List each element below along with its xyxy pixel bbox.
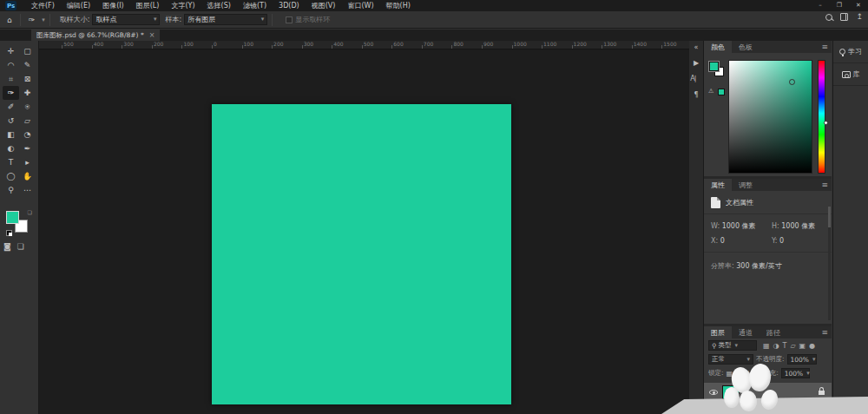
menu-item-1[interactable]: 编辑(E) — [61, 0, 96, 11]
menu-item-8[interactable]: 视图(V) — [306, 0, 342, 11]
history-brush-tool[interactable]: ↺ — [3, 114, 19, 128]
tab-色板[interactable]: 色板 — [732, 41, 760, 53]
tab-调整[interactable]: 调整 — [732, 179, 760, 191]
tab-属性[interactable]: 属性 — [704, 179, 732, 191]
hand-tool[interactable]: ✋ — [19, 169, 36, 183]
default-colors-icon[interactable]: ❏ — [28, 209, 32, 215]
horizontal-ruler[interactable]: 5004003002001000100200300400500600700800… — [39, 41, 689, 49]
rail-item-label: 学习 — [848, 47, 862, 56]
home-icon[interactable]: ⌂ — [3, 16, 16, 24]
share-icon[interactable]: ↥ — [856, 13, 863, 21]
hue-slider-marker[interactable] — [824, 121, 828, 125]
menu-item-0[interactable]: 文件(F) — [25, 0, 61, 11]
blend-mode-select[interactable]: 正常▾ — [708, 354, 753, 365]
minimize-button[interactable]: – — [811, 0, 830, 11]
rectangular-marquee-tool[interactable]: ▢ — [19, 44, 36, 58]
ruler-tick-label: 200 — [154, 41, 163, 47]
hue-slider[interactable] — [818, 60, 825, 174]
panel-menu-icon[interactable]: ≡ — [821, 328, 828, 337]
document-tab[interactable]: 图库图标.psd @ 66.7%(RGB/8#) * × — [31, 30, 160, 41]
tab-颜色[interactable]: 颜色 — [704, 41, 732, 53]
frame-tool[interactable]: ⊠ — [19, 72, 36, 86]
type-filter-icon[interactable]: T — [783, 342, 787, 350]
workspace-switcher-icon[interactable] — [840, 13, 848, 21]
gamut-warning-icon[interactable]: ⚠ — [708, 88, 713, 95]
restore-button[interactable]: ❐ — [830, 0, 849, 11]
show-sampling-ring-checkbox[interactable]: 显示取样环 — [286, 15, 330, 24]
menu-item-2[interactable]: 图像(I) — [96, 0, 130, 11]
sample-size-select[interactable]: 取样点▾ — [92, 14, 160, 25]
panel-menu-icon[interactable]: ≡ — [821, 181, 828, 189]
quick-selection-tool[interactable]: ✎ — [19, 58, 36, 72]
menu-item-3[interactable]: 图层(L) — [130, 0, 166, 11]
smart-object-filter-icon[interactable]: ▣ — [799, 342, 806, 350]
close-button[interactable]: ✕ — [849, 0, 868, 11]
checkbox-icon — [286, 16, 293, 23]
layer-visibility-eye-icon[interactable] — [709, 390, 718, 395]
libraries-panel[interactable]: 库 — [833, 63, 868, 86]
sample-select[interactable]: 所有图层▾ — [184, 14, 267, 25]
window-controls: – ❐ ✕ — [811, 0, 868, 11]
ellipse-tool[interactable]: ◯ — [3, 169, 19, 183]
adjustment-filter-icon[interactable]: ◑ — [773, 342, 779, 350]
zoom-tool[interactable]: ⚲ — [3, 183, 19, 197]
expand-panels-icon[interactable]: « — [690, 43, 703, 51]
ruler-tick-label: 300 — [123, 41, 133, 47]
tool-preset-caret-icon[interactable]: ▾ — [42, 16, 45, 23]
layer-filter-select[interactable]: ⚲ 类型 ▾ — [708, 340, 757, 351]
crop-tool[interactable]: ⌗ — [3, 72, 19, 86]
paragraph-panel-icon[interactable]: ¶ — [690, 91, 703, 99]
ruler-tick-label: 400 — [333, 41, 343, 47]
eraser-tool[interactable]: ▱ — [19, 114, 36, 128]
document-artboard[interactable] — [212, 104, 511, 404]
clone-stamp-tool[interactable]: ⍟ — [19, 100, 36, 114]
type-tool[interactable]: T — [3, 155, 19, 169]
character-panel-icon[interactable]: A⎸ — [690, 75, 703, 83]
tab-通道[interactable]: 通道 — [732, 326, 760, 338]
canvas-area[interactable]: 5004003002001000100200300400500600700800… — [39, 41, 689, 414]
move-tool[interactable]: ✛ — [3, 44, 19, 58]
blur-tool[interactable]: ◔ — [19, 128, 36, 141]
eyedropper-tool-icon[interactable]: ✑ — [25, 16, 39, 24]
gamut-warning-swatch[interactable] — [718, 89, 725, 95]
fill-select[interactable]: 100%▾ — [781, 368, 810, 378]
menu-item-6[interactable]: 滤镜(T) — [237, 0, 273, 11]
menu-item-9[interactable]: 窗口(W) — [341, 0, 379, 11]
dodge-tool[interactable]: ◐ — [3, 141, 19, 155]
color-picker-marker[interactable] — [789, 79, 795, 85]
foreground-color-swatch[interactable] — [6, 211, 19, 224]
opacity-select[interactable]: 100%▾ — [787, 354, 817, 365]
pen-tool[interactable]: ✒ — [19, 141, 36, 155]
menu-item-7[interactable]: 3D(D) — [273, 0, 306, 11]
menu-item-5[interactable]: 选择(S) — [201, 0, 237, 11]
pixel-filter-icon[interactable]: ▦ — [763, 342, 770, 350]
switch-colors-icon[interactable] — [6, 230, 12, 236]
menu-item-10[interactable]: 帮助(H) — [380, 0, 417, 11]
tab-close-icon[interactable]: × — [149, 31, 155, 39]
ruler-tick-label: 0 — [214, 41, 217, 47]
eyedropper-tool[interactable]: ✑ — [3, 86, 19, 100]
learn-panel[interactable]: 学习 — [833, 41, 868, 63]
tab-路径[interactable]: 路径 — [760, 326, 787, 338]
search-icon[interactable] — [825, 14, 832, 21]
history-panel-icon[interactable]: ▶ — [690, 59, 703, 67]
brush-tool[interactable]: ✐ — [3, 100, 19, 114]
scrollbar[interactable] — [828, 207, 831, 320]
panel-menu-icon[interactable]: ≡ — [821, 43, 828, 51]
shape-filter-icon[interactable]: ▱ — [790, 342, 795, 350]
quick-mask-icon[interactable]: ◙ — [3, 242, 11, 251]
gradient-tool[interactable]: ◧ — [3, 128, 19, 141]
tab-图层[interactable]: 图层 — [704, 326, 732, 338]
menu-item-4[interactable]: 文字(Y) — [165, 0, 201, 11]
spot-healing-brush-tool[interactable]: ✚ — [19, 86, 36, 100]
edit-toolbar-button[interactable]: ⋯ — [19, 183, 36, 197]
screen-mode-icon[interactable]: ❏ — [17, 242, 24, 251]
filter-toggle-icon[interactable]: ● — [809, 342, 815, 350]
mini-foreground-swatch[interactable] — [709, 62, 719, 71]
path-selection-tool[interactable]: ▸ — [19, 155, 36, 169]
saturation-brightness-field[interactable] — [728, 60, 812, 174]
lasso-tool[interactable]: ◠ — [3, 58, 19, 72]
ruler-tick-label: 1500 — [663, 41, 676, 47]
lightbulb-icon — [839, 49, 845, 55]
menu-bar: 文件(F)编辑(E)图像(I)图层(L)文字(Y)选择(S)滤镜(T)3D(D)… — [25, 0, 417, 11]
